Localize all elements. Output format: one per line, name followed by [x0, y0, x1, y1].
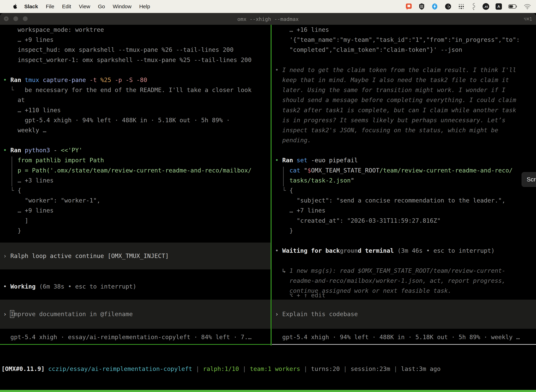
- text-segment: from pathlib import Path: [3, 157, 104, 164]
- battery-icon[interactable]: [508, 4, 517, 9]
- lightning-badge-icon[interactable]: [431, 3, 438, 10]
- text-segment: … +3 lines: [3, 177, 54, 184]
- terminal-line: … +110 lines: [3, 105, 271, 115]
- text-segment: capture-pane: [43, 76, 90, 84]
- text-segment: •: [3, 283, 10, 290]
- text-segment: … +9 lines: [3, 36, 54, 43]
- crescent-circle-icon[interactable]: [445, 3, 452, 10]
- terminal-line: gpt-5.4 xhigh · 94% left · 488K in · 5.1…: [3, 115, 271, 125]
- text-segment: gpt-5.4 xhigh · 94% left · 488K in · 5.1…: [3, 117, 230, 124]
- window-title-bar: omx --xhigh --madmax ⌥⌘1: [0, 14, 536, 25]
- input-source-icon[interactable]: A: [496, 3, 502, 10]
- text-segment: p = Path('.omx/state/team/review-current…: [3, 167, 251, 174]
- menu-item-slack[interactable]: Slack: [24, 4, 38, 9]
- tmux-status-bar: [omx-cczip0:bash* "MacBook-Pro-44.local"…: [0, 390, 536, 392]
- text-segment: keep that in mind. Maybe I also need the…: [275, 76, 509, 84]
- text-segment: I need to get the claim token from the c…: [282, 66, 516, 73]
- text-segment: cat: [289, 167, 304, 174]
- tool-output-connector: [12, 156, 12, 186]
- menu-item-window[interactable]: Window: [113, 4, 132, 9]
- terminal-line: weekly …: [3, 125, 271, 135]
- menu-item-view[interactable]: View: [79, 4, 90, 9]
- left-model-status: gpt-5.4 xhigh · essay/ai-reimplementatio…: [0, 332, 271, 342]
- text-segment: 1 new msg(s): read $OMX_TEAM_STATE_ROOT/…: [289, 267, 505, 274]
- text-segment: Waiting for back: [282, 247, 340, 254]
- shield-grid-icon[interactable]: [419, 3, 425, 10]
- wifi-icon[interactable]: [524, 4, 531, 9]
- terminal-line: … +7 lines: [275, 205, 536, 215]
- text-segment: should send a message before completing …: [275, 96, 516, 103]
- text-segment: "created_at": "2026-03-31T11:59:27.816Z": [275, 217, 441, 224]
- badge-61-icon[interactable]: ..61: [483, 3, 489, 10]
- terminal-line: [3, 65, 271, 75]
- screenshot-tooltip[interactable]: Scre: [522, 172, 536, 187]
- terminal-content: workspace_mode: worktree … +9 lines insp…: [0, 25, 536, 392]
- edit-hint: ⌥ + ↑ edit: [272, 290, 536, 300]
- terminal-line: [3, 135, 271, 145]
- window-shortcut-hint: ⌥⌘1: [523, 14, 532, 25]
- terminal-line: └ be necessary for the end of the README…: [3, 85, 271, 95]
- text-segment: team:1 workers: [250, 365, 300, 372]
- text-segment: session:23m: [351, 365, 390, 372]
- text-segment: |: [390, 365, 401, 372]
- menu-item-edit[interactable]: Edit: [62, 4, 71, 9]
- text-segment: … +7 lines: [275, 207, 325, 214]
- text-segment: "subject": "send a concise recommendatio…: [275, 197, 505, 204]
- tmux-session-name[interactable]: [omx-cczip0:bash*: [0, 390, 62, 392]
- text-segment: … +9 lines: [3, 207, 54, 214]
- terminal-line: • Ran tmux capture-pane -t %25 -p -S -80: [3, 75, 271, 85]
- right-prompt-placeholder[interactable]: › Explain this codebase: [272, 309, 358, 319]
- text-segment: /team/review-current-readme-and-reco/: [379, 167, 513, 174]
- left-prompt-input[interactable]: › Improve documentation in @filename: [0, 300, 271, 329]
- text-segment: gpt-5.4 xhigh · essay/ai-reimplementatio…: [3, 334, 251, 341]
- text-segment: cczip/essay/ai-reimplementation-copyleft: [48, 365, 192, 372]
- terminal-line: [275, 55, 536, 65]
- pane-divider[interactable]: [271, 25, 272, 345]
- text-segment: ⌥ + ↑ edit: [275, 292, 325, 299]
- ralph-loop-banner: › Ralph loop active continue [OMX_TMUX_I…: [0, 243, 271, 269]
- text-segment: Working: [10, 283, 39, 290]
- terminal-line: should send a message before completing …: [275, 95, 536, 105]
- text-segment: ": [351, 177, 354, 184]
- terminal-line: is in progress? It seems likely but perh…: [275, 115, 536, 125]
- chat-app-icon[interactable]: [405, 3, 412, 10]
- terminal-line: }: [3, 226, 271, 236]
- terminal-line: └ {: [275, 186, 536, 196]
- apple-menu-icon[interactable]: [13, 4, 17, 9]
- text-segment: ›: [3, 252, 10, 259]
- menu-item-help[interactable]: Help: [139, 4, 150, 9]
- text-segment: be necessary for the end of the README. …: [25, 86, 252, 93]
- left-terminal-pane[interactable]: workspace_mode: worktree … +9 lines insp…: [0, 25, 271, 345]
- text-segment: }: [3, 227, 21, 234]
- dots-grid-icon[interactable]: [458, 3, 464, 10]
- terminal-line: └ {: [3, 186, 271, 196]
- right-prompt-input[interactable]: › Explain this codebase: [272, 300, 536, 329]
- terminal-line: '{"team_name":"my-team","task_id":"1","f…: [275, 35, 536, 45]
- text-segment: (3m 46s • esc to interrupt): [397, 247, 495, 254]
- terminal-line: • I need to get the claim token from the…: [275, 65, 536, 75]
- terminal-line: … +9 lines: [3, 35, 271, 45]
- right-pane-scrollback: … +16 lines '{"team_name":"my-team","tas…: [272, 25, 536, 236]
- text-segment: groun: [340, 247, 358, 254]
- text-segment: I: [10, 311, 14, 317]
- text-segment: OMX_TEAM_STATE_ROOT: [311, 167, 379, 174]
- text-segment: └: [3, 86, 25, 93]
- right-terminal-pane[interactable]: … +16 lines '{"team_name":"my-team","tas…: [272, 25, 536, 345]
- squiggle-icon[interactable]: [471, 3, 476, 10]
- text-segment: tasks/task-2.json: [289, 177, 351, 184]
- text-segment: ›: [275, 311, 282, 317]
- text-segment: Explain this codebase: [282, 311, 358, 317]
- text-segment: -: [54, 147, 61, 154]
- terminal-line: cat "$OMX_TEAM_STATE_ROOT/team/review-cu…: [275, 165, 536, 175]
- terminal-line: pending.: [275, 135, 536, 145]
- text-segment: └: [3, 187, 18, 194]
- text-segment: inspect_hud: omx sparkshell --tmux-pane …: [3, 46, 234, 53]
- text-segment: "completed","claim_token":"claim-token"}…: [275, 46, 462, 53]
- menu-item-go[interactable]: Go: [98, 4, 105, 9]
- left-prompt-placeholder[interactable]: › Improve documentation in @filename: [0, 309, 133, 319]
- menu-item-file[interactable]: File: [46, 4, 54, 9]
- waiting-status: • Waiting for background terminal (3m 46…: [272, 246, 536, 256]
- text-segment: pending.: [275, 137, 311, 144]
- text-segment: '{"team_name":"my-team","task_id":"1","f…: [275, 36, 520, 43]
- terminal-line: readme-and-reco/mailbox/worker-1.json, a…: [275, 276, 536, 286]
